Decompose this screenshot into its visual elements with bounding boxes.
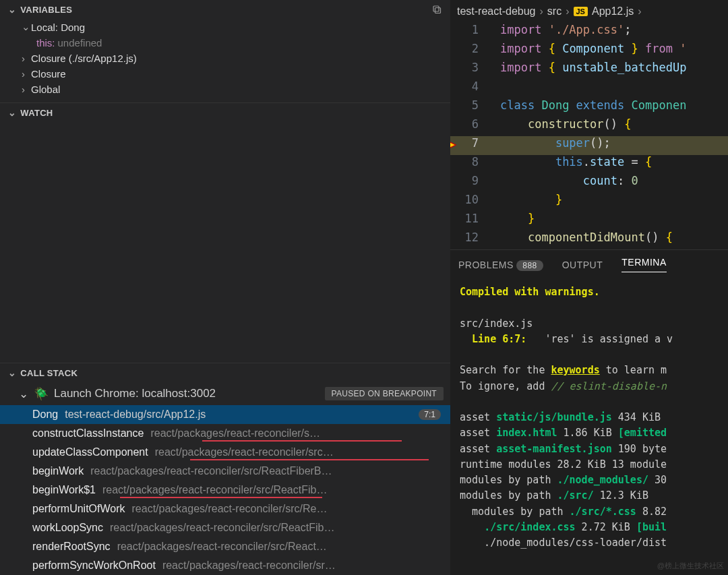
code-content: class Dong extends Componen bbox=[488, 98, 686, 112]
code-line[interactable]: 9 count: 0 bbox=[450, 174, 728, 193]
line-number[interactable]: 7 bbox=[450, 136, 488, 150]
frame-function: performSyncWorkOnRoot bbox=[32, 559, 156, 572]
code-content: } bbox=[488, 212, 535, 225]
chevron-right-icon: › bbox=[540, 5, 543, 18]
code-line[interactable]: 6 constructor() { bbox=[450, 117, 728, 136]
scope-closure-file[interactable]: › Closure (./src/App12.js) bbox=[0, 51, 450, 66]
chevron-down-icon: ⌄ bbox=[22, 21, 31, 33]
frame-path: react/packages/react-reconciler/src/Reac… bbox=[102, 484, 441, 496]
annotation-underline bbox=[190, 459, 429, 461]
line-number[interactable]: 10 bbox=[450, 193, 488, 206]
chevron-down-icon: ⌄ bbox=[8, 4, 16, 15]
stack-frame[interactable]: beginWorkreact/packages/react-reconciler… bbox=[0, 462, 450, 481]
variables-header[interactable]: ⌄ VARIABLES bbox=[0, 0, 450, 19]
frame-path: react/packages/react-reconciler/src/Reac… bbox=[90, 465, 441, 477]
stack-frame[interactable]: performSyncWorkOnRootreact/packages/reac… bbox=[0, 556, 450, 575]
frame-path: react/packages/react-reconciler/sr… bbox=[162, 559, 441, 572]
breadcrumb[interactable]: test-react-debug › src › JS App12.js › bbox=[450, 0, 728, 23]
terminal-line: modules by path ./src/ 12.3 KiB bbox=[460, 488, 719, 504]
chevron-right-icon: › bbox=[22, 68, 31, 80]
code-line[interactable]: 4 bbox=[450, 80, 728, 98]
annotation-underline bbox=[120, 497, 322, 499]
line-number[interactable]: 1 bbox=[450, 23, 488, 36]
tab-problems[interactable]: PROBLEMS 888 bbox=[458, 260, 543, 270]
terminal-line: ./node_modules/css-loader/dist bbox=[460, 535, 719, 551]
frame-function: updateClassComponent bbox=[32, 446, 148, 458]
panel-tabs: PROBLEMS 888 OUTPUT TERMINA bbox=[450, 249, 728, 276]
frame-function: Dong bbox=[32, 408, 58, 421]
stack-frame[interactable]: performUnitOfWorkreact/packages/react-re… bbox=[0, 500, 450, 518]
line-number[interactable]: 9 bbox=[450, 174, 488, 187]
chevron-right-icon: › bbox=[638, 5, 641, 18]
watch-title: WATCH bbox=[20, 108, 53, 118]
tab-output[interactable]: OUTPUT bbox=[562, 260, 603, 270]
line-number[interactable]: 3 bbox=[450, 61, 488, 74]
line-number[interactable]: 12 bbox=[450, 231, 488, 244]
variables-title: VARIABLES bbox=[20, 5, 72, 15]
stack-frame[interactable]: workLoopSyncreact/packages/react-reconci… bbox=[0, 518, 450, 537]
line-number[interactable]: 11 bbox=[450, 212, 488, 225]
code-editor[interactable]: 1import './App.css';2import { Component … bbox=[450, 23, 728, 249]
scope-closure[interactable]: › Closure bbox=[0, 66, 450, 82]
code-content: constructor() { bbox=[488, 117, 632, 131]
code-line[interactable]: 12 componentDidMount() { bbox=[450, 231, 728, 249]
terminal-line: modules by path ./node_modules/ 30 bbox=[460, 473, 719, 488]
terminal-line: Compiled with warnings. bbox=[460, 284, 719, 300]
bug-icon: 🪲 bbox=[34, 386, 49, 401]
stack-frame[interactable]: constructClassInstancereact/packages/rea… bbox=[0, 424, 450, 443]
line-number[interactable]: 2 bbox=[450, 42, 488, 55]
frame-path: react/packages/react-reconciler/s… bbox=[150, 427, 441, 440]
code-line[interactable]: 2import { Component } from ' bbox=[450, 42, 728, 61]
variable-this[interactable]: this: undefined bbox=[0, 35, 450, 51]
code-content: componentDidMount() { bbox=[488, 231, 673, 244]
code-line[interactable]: 7 super(); bbox=[450, 136, 728, 155]
code-content: import './App.css'; bbox=[488, 23, 632, 36]
tab-terminal[interactable]: TERMINA bbox=[621, 257, 667, 272]
code-line[interactable]: 1import './App.css'; bbox=[450, 23, 728, 42]
chevron-down-icon: ⌄ bbox=[8, 107, 16, 118]
code-line[interactable]: 5class Dong extends Componen bbox=[450, 98, 728, 117]
debug-session-label: Launch Chrome: localhost:3002 bbox=[54, 387, 216, 400]
svg-rect-0 bbox=[433, 6, 439, 11]
scope-global[interactable]: › Global bbox=[0, 82, 450, 97]
terminal-line: modules by path ./src/*.css 8.82 bbox=[460, 504, 719, 520]
chevron-right-icon: › bbox=[566, 5, 569, 18]
terminal-line: Line 6:7: 'res' is assigned a v bbox=[460, 332, 719, 347]
terminal-line: To ignore, add // eslint-disable-n bbox=[460, 379, 719, 394]
annotation-underline bbox=[202, 440, 402, 442]
watermark: @榜上微生技术社区 bbox=[657, 561, 724, 571]
terminal-line: ./src/index.css 2.72 KiB [buil bbox=[460, 520, 719, 535]
code-line[interactable]: 8 this.state = { bbox=[450, 155, 728, 174]
stack-frame[interactable]: beginWork$1react/packages/react-reconcil… bbox=[0, 481, 450, 500]
code-line[interactable]: 10 } bbox=[450, 193, 728, 212]
chevron-down-icon: ⌄ bbox=[8, 367, 16, 378]
frame-path: react/packages/react-reconciler/src/Reac… bbox=[117, 541, 441, 553]
terminal-line bbox=[460, 347, 719, 363]
line-number[interactable]: 4 bbox=[450, 80, 488, 93]
watch-header[interactable]: ⌄ WATCH bbox=[0, 103, 450, 122]
copy-icon[interactable] bbox=[431, 4, 442, 15]
line-number[interactable]: 8 bbox=[450, 155, 488, 169]
line-number[interactable]: 6 bbox=[450, 117, 488, 131]
svg-rect-1 bbox=[435, 8, 441, 13]
scope-local[interactable]: ⌄ Local: Dong bbox=[0, 19, 450, 35]
code-line[interactable]: 11 } bbox=[450, 212, 728, 231]
callstack-header[interactable]: ⌄ CALL STACK bbox=[0, 363, 450, 382]
code-line[interactable]: 3import { unstable_batchedUp bbox=[450, 61, 728, 80]
variable-tree: ⌄ Local: Dong this: undefined › Closure … bbox=[0, 19, 450, 102]
terminal-output[interactable]: Compiled with warnings. src/index.js Lin… bbox=[450, 276, 728, 559]
stack-frame[interactable]: renderRootSyncreact/packages/react-recon… bbox=[0, 537, 450, 556]
js-file-icon: JS bbox=[574, 7, 588, 16]
stack-frame[interactable]: updateClassComponentreact/packages/react… bbox=[0, 443, 450, 462]
frame-function: beginWork bbox=[32, 465, 84, 477]
stack-frame[interactable]: Dongtest-react-debug/src/App12.js7:1 bbox=[0, 405, 450, 424]
terminal-line: src/index.js bbox=[460, 316, 719, 332]
frame-path: test-react-debug/src/App12.js bbox=[65, 408, 415, 421]
frame-path: react/packages/react-reconciler/src/Re… bbox=[132, 503, 441, 515]
chevron-down-icon: ⌄ bbox=[19, 387, 28, 401]
line-number[interactable]: 5 bbox=[450, 98, 488, 112]
terminal-line: asset asset-manifest.json 190 byte bbox=[460, 442, 719, 457]
debug-session-row[interactable]: ⌄ 🪲 Launch Chrome: localhost:3002 PAUSED… bbox=[0, 382, 450, 405]
code-content: super(); bbox=[488, 136, 611, 150]
frame-function: beginWork$1 bbox=[32, 484, 96, 496]
